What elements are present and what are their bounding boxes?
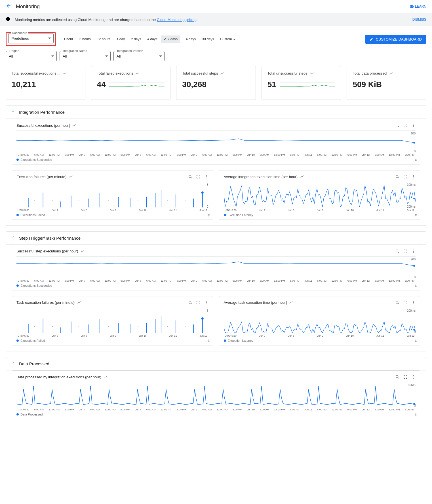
zoom-icon[interactable] bbox=[188, 174, 193, 179]
panel-title: Integration Performance bbox=[19, 110, 65, 115]
more-icon[interactable] bbox=[411, 123, 416, 128]
expand-legend-icon[interactable]: ⇳ bbox=[414, 413, 417, 417]
svg-point-35 bbox=[413, 175, 414, 176]
stat-card-data-processed: Total data processed 509 KiB bbox=[347, 66, 426, 100]
customize-dashboard-button[interactable]: CUSTOMIZE DASHBOARD bbox=[365, 35, 426, 44]
stat-value: 30,268 bbox=[182, 80, 250, 89]
time-range-14-days[interactable]: 14 days bbox=[181, 35, 199, 43]
zoom-icon[interactable] bbox=[395, 249, 400, 254]
chart-legend: Executions Failed bbox=[16, 339, 208, 342]
panel-header[interactable]: ⌃ Data Processed bbox=[6, 357, 426, 370]
more-icon[interactable] bbox=[411, 375, 416, 379]
y-bot: 0 bbox=[414, 276, 416, 279]
legend-text: Executions Succeeded bbox=[20, 284, 52, 287]
integration-name-value: All bbox=[63, 54, 67, 58]
time-range-1-day[interactable]: 1 day bbox=[114, 35, 128, 43]
pricing-link[interactable]: Cloud Monitoring pricing bbox=[157, 18, 197, 22]
info-banner: Monitoring metrics are collected using C… bbox=[0, 13, 432, 26]
stat-label: Total failed executions bbox=[97, 71, 133, 75]
chevron-up-icon: ⌃ bbox=[12, 110, 15, 115]
chart-execution-failures-minute: Execution failures (per minute) 5 bbox=[12, 170, 213, 220]
x-axis-labels: UTC+5:306:00 AM12:00 PM6:00 PMJun 76:00 … bbox=[16, 408, 416, 411]
integration-name-select[interactable]: Integration Name All bbox=[60, 51, 111, 61]
time-range-6-hours[interactable]: 6 hours bbox=[77, 35, 94, 43]
chart-title: Successful step executions (per hour) bbox=[16, 249, 78, 253]
y-top: 5 bbox=[207, 183, 208, 186]
integration-version-label: Integration Version bbox=[116, 49, 144, 52]
panel-integration-performance: ⌃ Integration Performance Successful exe… bbox=[6, 106, 426, 226]
info-text-a: Monitoring metrics are collected using C… bbox=[15, 18, 157, 22]
chart-legend: Executions Succeeded bbox=[16, 158, 416, 161]
chart-data-processed-hour: Data processed by integration executions… bbox=[12, 370, 420, 419]
expand-legend-icon[interactable]: ⇳ bbox=[414, 339, 417, 343]
dismiss-button[interactable]: DISMISS bbox=[412, 18, 426, 22]
chart-indicator-icon bbox=[77, 301, 81, 305]
fullscreen-icon[interactable] bbox=[403, 300, 408, 305]
chart-successful-executions-hour: Successful executions (per hour) 100 bbox=[12, 119, 420, 165]
sparkline bbox=[280, 82, 335, 89]
dashboard-select[interactable]: Dashboard Predefined bbox=[8, 33, 54, 43]
expand-legend-icon[interactable]: ⇳ bbox=[414, 284, 417, 288]
svg-text:-: - bbox=[108, 199, 109, 202]
svg-line-1 bbox=[398, 126, 399, 127]
controls-row: Dashboard Predefined 1 hour6 hours12 hou… bbox=[0, 26, 432, 49]
time-range-30-days[interactable]: 30 days bbox=[199, 35, 217, 43]
svg-point-64 bbox=[201, 317, 204, 320]
chart-legend: Execution Latency bbox=[224, 213, 416, 217]
region-select[interactable]: Region All bbox=[6, 51, 57, 61]
zoom-icon[interactable] bbox=[395, 300, 400, 305]
zoom-icon[interactable] bbox=[395, 375, 400, 379]
chart-indicator-icon bbox=[389, 71, 393, 75]
more-icon[interactable] bbox=[411, 174, 416, 179]
chevron-down-icon bbox=[159, 56, 162, 57]
time-range-2-days[interactable]: 2 days bbox=[128, 35, 144, 43]
x-axis-labels: UTC+5:30Jun 7Jun 8Jun 9Jun 10Jun 11Jun 1… bbox=[224, 209, 416, 212]
panel-header[interactable]: ⌃ Step (Trigger/Task) Performance bbox=[6, 232, 426, 245]
svg-text:-: - bbox=[185, 325, 186, 328]
more-icon[interactable] bbox=[411, 300, 416, 305]
fullscreen-icon[interactable] bbox=[403, 123, 408, 128]
expand-legend-icon[interactable]: ⇳ bbox=[414, 213, 417, 217]
chart-indicator-icon bbox=[136, 71, 140, 75]
fullscreen-icon[interactable] bbox=[196, 174, 201, 179]
time-range-12-hours[interactable]: 12 hours bbox=[94, 35, 113, 43]
region-value: All bbox=[9, 54, 13, 58]
fullscreen-icon[interactable] bbox=[403, 249, 408, 254]
time-range-4-days[interactable]: 4 days bbox=[144, 35, 160, 43]
svg-point-75 bbox=[413, 302, 414, 303]
more-icon[interactable] bbox=[204, 300, 208, 305]
svg-line-40 bbox=[398, 252, 399, 253]
svg-text:-: - bbox=[34, 199, 35, 202]
svg-point-78 bbox=[396, 376, 398, 378]
fullscreen-icon[interactable] bbox=[403, 174, 408, 179]
zoom-icon[interactable] bbox=[395, 174, 400, 179]
expand-legend-icon[interactable]: ⇳ bbox=[207, 213, 210, 217]
stat-value: 44 bbox=[97, 80, 106, 89]
y-top: 5 bbox=[207, 309, 208, 312]
integration-version-select[interactable]: Integration Version All bbox=[113, 51, 165, 61]
x-axis-labels: UTC+5:30Jun 7Jun 8Jun 9Jun 10Jun 11Jun 1… bbox=[16, 209, 208, 212]
x-axis-labels: UTC+5:306:00 AM12:00 PM6:00 PMJun 76:00 … bbox=[16, 279, 416, 282]
more-icon[interactable] bbox=[411, 249, 416, 254]
fullscreen-icon[interactable] bbox=[403, 375, 408, 379]
panel-header[interactable]: ⌃ Integration Performance bbox=[6, 106, 426, 119]
back-icon[interactable] bbox=[6, 3, 11, 10]
pencil-icon bbox=[370, 37, 374, 41]
svg-point-9 bbox=[206, 176, 206, 177]
time-range-custom[interactable]: Custom bbox=[217, 35, 238, 43]
svg-point-42 bbox=[413, 251, 414, 252]
time-range-1-hour[interactable]: 1 hour bbox=[61, 35, 76, 43]
chart-avg-task-execution-time: Average task execution time (per hour) 2… bbox=[219, 296, 421, 345]
zoom-icon[interactable] bbox=[395, 123, 400, 128]
fullscreen-icon[interactable] bbox=[196, 300, 201, 305]
zoom-icon[interactable] bbox=[188, 300, 193, 305]
learn-link[interactable]: LEARN bbox=[409, 4, 426, 9]
time-range-7-days[interactable]: ✓ 7 days bbox=[161, 35, 180, 43]
stat-card-successful-steps: Total successful steps 30,268 bbox=[176, 66, 256, 100]
stat-value: 509 KiB bbox=[353, 80, 420, 89]
expand-legend-icon[interactable]: ⇳ bbox=[207, 339, 210, 343]
svg-point-44 bbox=[413, 265, 415, 267]
expand-legend-icon[interactable]: ⇳ bbox=[414, 158, 417, 162]
integration-name-label: Integration Name bbox=[62, 49, 88, 52]
more-icon[interactable] bbox=[204, 174, 208, 179]
